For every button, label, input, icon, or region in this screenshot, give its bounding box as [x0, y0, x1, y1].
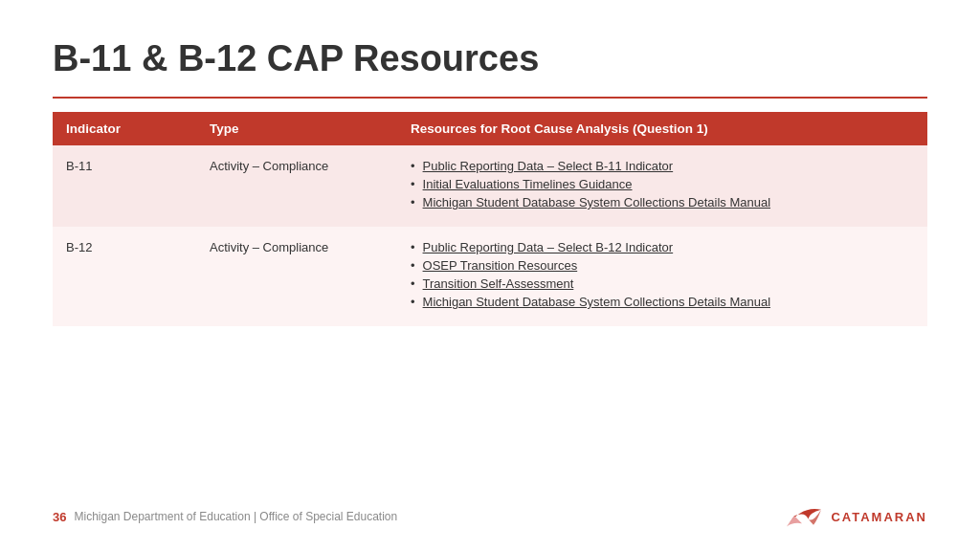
- catamaran-icon: [779, 501, 825, 532]
- list-item: Initial Evaluations Timelines Guidance: [411, 177, 914, 191]
- col-header-indicator: Indicator: [53, 112, 196, 145]
- catamaran-name: CATAMARAN: [831, 510, 927, 524]
- footer-left: 36 Michigan Department of Education | Of…: [53, 510, 397, 524]
- resource-list-b11: Public Reporting Data – Select B-11 Indi…: [411, 159, 914, 209]
- page-title: B-11 & B-12 CAP Resources: [53, 38, 927, 79]
- cell-indicator-b12: B-12: [53, 227, 196, 326]
- resource-link[interactable]: Public Reporting Data – Select B-11 Indi…: [423, 159, 674, 173]
- footer-org-text: Michigan Department of Education | Offic…: [74, 510, 397, 523]
- table-row: B-11 Activity – Compliance Public Report…: [53, 145, 927, 227]
- cell-resources-b12: Public Reporting Data – Select B-12 Indi…: [397, 227, 927, 326]
- slide: B-11 & B-12 CAP Resources Indicator Type…: [0, 0, 980, 551]
- catamaran-logo: CATAMARAN: [779, 501, 927, 532]
- list-item: Michigan Student Database System Collect…: [411, 195, 914, 209]
- list-item: Michigan Student Database System Collect…: [411, 295, 914, 309]
- resources-table: Indicator Type Resources for Root Cause …: [53, 112, 927, 326]
- cell-type-b12: Activity – Compliance: [196, 227, 397, 326]
- cell-resources-b11: Public Reporting Data – Select B-11 Indi…: [397, 145, 927, 227]
- page-number: 36: [53, 510, 66, 524]
- resource-link[interactable]: Initial Evaluations Timelines Guidance: [423, 177, 633, 191]
- resource-link[interactable]: Transition Self-Assessment: [423, 276, 574, 291]
- footer: 36 Michigan Department of Education | Of…: [53, 501, 927, 532]
- col-header-type: Type: [196, 112, 397, 145]
- resource-link[interactable]: Michigan Student Database System Collect…: [423, 295, 770, 309]
- resource-link[interactable]: Public Reporting Data – Select B-12 Indi…: [423, 240, 674, 254]
- list-item: OSEP Transition Resources: [411, 258, 914, 273]
- table-row: B-12 Activity – Compliance Public Report…: [53, 227, 927, 326]
- title-divider: [53, 97, 927, 99]
- list-item: Public Reporting Data – Select B-11 Indi…: [411, 159, 914, 173]
- resource-link[interactable]: Michigan Student Database System Collect…: [423, 195, 770, 209]
- table-body: B-11 Activity – Compliance Public Report…: [53, 145, 927, 326]
- table-header: Indicator Type Resources for Root Cause …: [53, 112, 927, 145]
- col-header-resources: Resources for Root Cause Analysis (Quest…: [397, 112, 927, 145]
- resource-link[interactable]: OSEP Transition Resources: [423, 258, 578, 273]
- list-item: Transition Self-Assessment: [411, 276, 914, 291]
- resource-list-b12: Public Reporting Data – Select B-12 Indi…: [411, 240, 914, 309]
- list-item: Public Reporting Data – Select B-12 Indi…: [411, 240, 914, 254]
- cell-indicator-b11: B-11: [53, 145, 196, 227]
- cell-type-b11: Activity – Compliance: [196, 145, 397, 227]
